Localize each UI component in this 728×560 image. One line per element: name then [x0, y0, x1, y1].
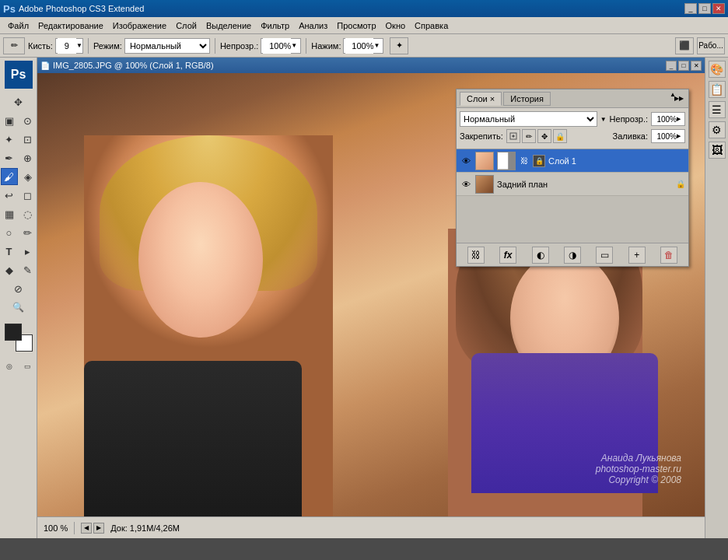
pen-tool[interactable]: ✏ — [19, 224, 37, 241]
menu-filter[interactable]: Фильтр — [256, 19, 294, 32]
nav-next-btn[interactable]: ▶ — [93, 523, 104, 534]
text-tool[interactable]: T — [1, 243, 18, 260]
lock-label: Закрепить: — [460, 131, 503, 141]
layers-bottom: ⛓ fx ◐ ◑ ▭ + 🗑 — [457, 243, 688, 266]
layer-row-1[interactable]: 👁 ⛓ 🔒 Слой 1 — [457, 149, 688, 173]
ps-logo: Ps — [5, 61, 33, 89]
mode-select[interactable]: Нормальный Растворение Умножение — [124, 38, 210, 54]
layer-row-2[interactable]: 👁 Задний план 🔒 — [457, 173, 688, 196]
delete-layer-btn[interactable]: 🗑 — [660, 247, 677, 264]
menu-analysis[interactable]: Анализ — [294, 19, 332, 32]
foreground-color[interactable] — [5, 324, 22, 341]
gradient-tool[interactable]: ▦ — [1, 205, 18, 222]
layer-1-type-icon: 🔒 — [533, 155, 545, 167]
lock-icons-group: ✏ ✥ 🔒 — [506, 129, 567, 143]
fill-value-input[interactable] — [653, 132, 677, 141]
opacity-input[interactable] — [263, 38, 291, 54]
magic-wand-tool[interactable]: ✦ — [1, 131, 18, 148]
right-panel-btn-4[interactable]: ⚙ — [709, 121, 726, 138]
adjustment-btn[interactable]: ◑ — [564, 247, 581, 264]
brush-size-dropdown[interactable]: ▼ — [76, 42, 82, 49]
menu-window[interactable]: Окно — [381, 19, 411, 32]
panel-scroll-up[interactable]: ▲ — [670, 91, 676, 98]
canvas-area: 📄 IMG_2805.JPG @ 100% (Слой 1, RGB/8) _ … — [37, 58, 705, 538]
rect-select-tool[interactable]: ▣ — [1, 112, 18, 129]
notes-tool[interactable]: ✎ — [19, 261, 37, 278]
panel-btn[interactable]: ⬛ — [675, 37, 694, 54]
menu-select[interactable]: Выделение — [201, 19, 256, 32]
doc-close-btn[interactable]: ✕ — [691, 61, 702, 71]
dodge-tool[interactable]: ○ — [1, 224, 18, 241]
menu-image[interactable]: Изображение — [108, 19, 171, 32]
clone-tool[interactable]: ◈ — [19, 168, 37, 185]
watermark-line1: Анаида Лукьянова — [596, 453, 681, 464]
lock-pixels-btn[interactable]: ✏ — [522, 129, 536, 143]
doc-maximize-btn[interactable]: □ — [678, 61, 689, 71]
menu-view[interactable]: Просмотр — [332, 19, 380, 32]
blur-tool[interactable]: ◌ — [19, 205, 37, 222]
quick-mask-btn[interactable]: ◎ — [1, 358, 18, 375]
flow-input[interactable] — [345, 38, 373, 54]
sep2 — [215, 38, 215, 54]
nav-prev-btn[interactable]: ◀ — [81, 523, 92, 534]
right-panel-btn-5[interactable]: 🖼 — [709, 142, 726, 159]
brush-tool[interactable]: 🖌 — [1, 168, 18, 185]
close-button[interactable]: ✕ — [712, 3, 725, 14]
title-bar: Ps Adobe Photoshop CS3 Extended _ □ ✕ — [0, 0, 728, 17]
zoom-tool[interactable]: 🔍 — [10, 299, 27, 316]
right-panel-btn-2[interactable]: 📋 — [709, 81, 726, 98]
right-panel-btn-1[interactable]: 🎨 — [709, 61, 726, 78]
new-layer-btn[interactable]: + — [628, 247, 646, 264]
fill-label: Заливка: — [613, 131, 648, 141]
group-btn[interactable]: ▭ — [596, 247, 613, 264]
eyedropper-tool[interactable]: ✒ — [1, 149, 18, 166]
doc-minimize-btn[interactable]: _ — [666, 61, 677, 71]
blend-dropdown-icon: ▼ — [600, 116, 607, 123]
toolbar-brush-icon[interactable]: ✏ — [3, 37, 25, 54]
history-brush-tool[interactable]: ↩ — [1, 187, 18, 204]
menu-edit[interactable]: Редактирование — [33, 19, 108, 32]
tool-group-8: ○ ✏ — [1, 224, 37, 241]
lock-transparent-btn[interactable] — [506, 129, 520, 143]
airbrush-btn[interactable]: ✦ — [390, 37, 408, 54]
heal-tool[interactable]: ⊕ — [19, 149, 37, 166]
right-panel-btn-3[interactable]: ☰ — [709, 101, 726, 118]
layer-1-chain-icon: ⛓ — [520, 156, 528, 165]
tool-group-4: ✒ ⊕ — [1, 149, 37, 166]
move-tool[interactable]: ✥ — [10, 93, 27, 110]
add-mask-btn[interactable]: ◐ — [532, 247, 549, 264]
blend-mode-select[interactable]: Нормальный Растворение Умножение — [460, 111, 597, 127]
watermark: Анаида Лукьянова photoshop-master.ru Cop… — [596, 453, 681, 485]
tab-layers[interactable]: Слои × — [460, 92, 502, 106]
menu-file[interactable]: Файл — [3, 19, 33, 32]
menu-help[interactable]: Справка — [410, 19, 453, 32]
link-layers-btn[interactable]: ⛓ — [467, 247, 485, 264]
workspace-btn[interactable]: Рабо... — [697, 37, 725, 54]
eyedropper-2-tool[interactable]: ⊘ — [10, 280, 27, 297]
layers-list: 👁 ⛓ 🔒 Слой 1 👁 — [457, 149, 688, 243]
brush-size-input[interactable] — [58, 38, 76, 54]
eraser-tool[interactable]: ◻ — [19, 187, 37, 204]
tool-group-2: ▣ ⊙ — [1, 112, 37, 129]
right-panel: 🎨 📋 ☰ ⚙ 🖼 — [705, 58, 728, 538]
screen-mode-btn[interactable]: ▭ — [19, 358, 37, 375]
lock-all-btn[interactable]: 🔒 — [553, 129, 567, 143]
maximize-button[interactable]: □ — [698, 3, 711, 14]
crop-tool[interactable]: ⊡ — [19, 131, 37, 148]
layer-2-visibility-toggle[interactable]: 👁 — [460, 178, 472, 191]
tab-history[interactable]: История — [503, 92, 551, 106]
flow-section: Нажим: ▼ — [311, 38, 383, 54]
path-select-tool[interactable]: ▸ — [19, 243, 37, 260]
opacity-arrow[interactable]: ▶ — [677, 116, 681, 122]
lock-position-btn[interactable]: ✥ — [537, 129, 551, 143]
lasso-tool[interactable]: ⊙ — [19, 112, 37, 129]
menu-layer[interactable]: Слой — [171, 19, 201, 32]
minimize-button[interactable]: _ — [684, 3, 697, 14]
shape-tool[interactable]: ◆ — [1, 261, 18, 278]
fx-btn[interactable]: fx — [499, 247, 516, 264]
fill-arrow[interactable]: ▶ — [677, 133, 681, 139]
opacity-dropdown[interactable]: ▼ — [291, 42, 297, 49]
layer-1-visibility-toggle[interactable]: 👁 — [460, 155, 472, 167]
opacity-value-input[interactable] — [653, 115, 677, 124]
flow-dropdown[interactable]: ▼ — [373, 42, 380, 49]
